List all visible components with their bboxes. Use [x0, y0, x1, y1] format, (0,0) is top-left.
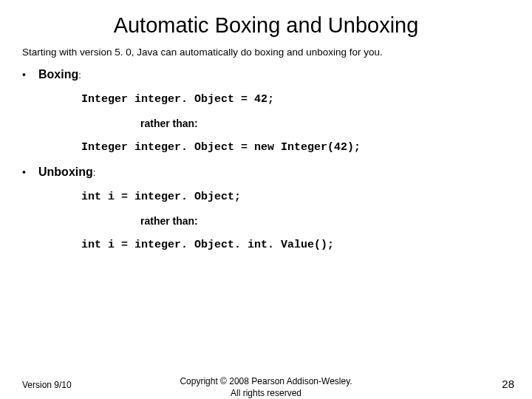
bullet-icon: •: [22, 167, 38, 177]
code-boxing-auto: Integer integer. Object = 42;: [81, 93, 532, 106]
page-number: 28: [502, 378, 514, 390]
bullet-icon: •: [22, 69, 38, 80]
slide-title: Automatic Boxing and Unboxing: [0, 13, 532, 38]
rather-than-2: rather than:: [140, 215, 532, 227]
code-unboxing-auto: int i = integer. Object;: [81, 191, 532, 203]
rather-than-1: rather than:: [140, 117, 532, 129]
bullet-unboxing: • Unboxing:: [22, 166, 532, 179]
code-boxing-manual: Integer integer. Object = new Integer(42…: [81, 141, 532, 154]
bullet-unboxing-label: Unboxing: [38, 166, 93, 178]
intro-text: Starting with version 5. 0, Java can aut…: [22, 47, 510, 58]
copyright-line2: All rights reserved: [231, 388, 301, 398]
bullet-boxing: • Boxing:: [22, 68, 532, 81]
slide: Automatic Boxing and Unboxing Starting w…: [0, 13, 532, 399]
copyright-line1: Copyright © 2008 Pearson Addison-Wesley.: [180, 376, 352, 386]
bullet-colon: :: [93, 167, 96, 178]
copyright: Copyright © 2008 Pearson Addison-Wesley.…: [0, 375, 532, 399]
code-unboxing-manual: int i = integer. Object. int. Value();: [81, 239, 532, 251]
bullet-colon: :: [78, 69, 81, 81]
bullet-boxing-label: Boxing: [38, 68, 78, 81]
